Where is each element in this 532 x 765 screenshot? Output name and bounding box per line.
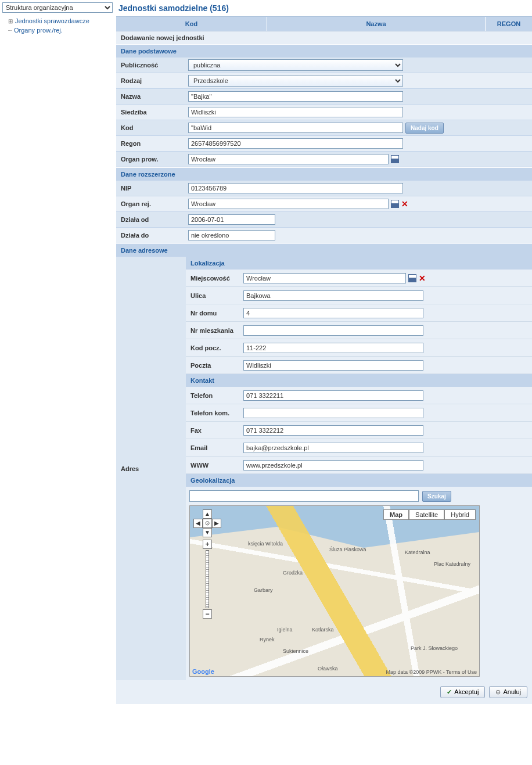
label-rodzaj: Rodzaj [116,75,186,87]
label-telefon-kom: Telefon kom. [186,407,241,419]
map-type-hybrid[interactable]: Hybrid [444,509,476,520]
pan-right-icon[interactable]: ▶ [212,519,221,528]
input-nazwa[interactable] [188,91,403,102]
sidebar-tree: Jednostki sprawozdawcze Organy prow./rej… [2,16,114,35]
nadaj-kod-button[interactable]: Nadaj kod [405,123,444,134]
input-www[interactable] [243,460,423,471]
label-dziala-do: Działa do [116,229,186,241]
input-dziala-od[interactable] [188,214,275,225]
sidebar-structure-select[interactable]: Struktura organizacyjna [2,2,113,13]
select-publ[interactable]: publiczna [188,59,403,71]
map-pan-control: ▲ ▼ ◀ ▶ ⊙ [193,509,221,537]
col-header-kod[interactable]: Kod [116,17,267,31]
subsection-location: Lokalizacja [186,257,532,270]
label-nazwa: Nazwa [116,91,186,102]
label-email: Email [186,442,241,454]
subsection-geo: Geolokalizacja [186,474,532,487]
map-type-satellite[interactable]: Satellite [409,509,444,520]
input-siedziba[interactable] [188,107,403,117]
label-adres: Adres [116,257,186,680]
section-extended: Dane rozszerzone [116,167,532,181]
zoom-out-icon[interactable]: − [203,609,212,619]
input-kod-pocz[interactable] [243,343,423,353]
label-kod: Kod [116,122,186,134]
label-www: WWW [186,459,241,471]
label-organ-prow: Organ prow. [116,153,186,165]
input-nr-domu[interactable] [243,308,423,318]
label-poczta: Poczta [186,360,241,371]
label-organ-rej: Organ rej. [116,198,186,210]
label-dziala-od: Działa od [116,214,186,225]
input-kod[interactable] [188,123,403,133]
szukaj-button[interactable]: Szukaj [422,491,451,502]
label-publ: Publiczność [116,59,186,71]
map-credit: Map data ©2009 PPWK - Terms of Use [386,669,477,675]
lookup-icon[interactable] [391,200,399,208]
label-nip: NIP [116,182,186,194]
pan-down-icon[interactable]: ▼ [203,528,212,537]
zoom-slider[interactable] [206,550,209,608]
label-ulica: Ulica [186,290,241,301]
col-header-nazwa[interactable]: Nazwa [267,17,486,31]
label-telefon: Telefon [186,390,241,401]
tree-item-organy[interactable]: Organy prow./rej. [2,26,114,35]
section-basic: Dane podstawowe [116,44,532,58]
input-telefon-kom[interactable] [243,408,423,418]
map-type-map[interactable]: Map [383,509,409,520]
map[interactable]: Śluza Piaskowa Grodzka Rynek Oławska Suk… [189,505,480,677]
anuluj-button[interactable]: Anuluj [489,686,527,698]
delete-icon[interactable]: ✕ [419,274,426,283]
input-nip[interactable] [188,183,403,193]
input-email[interactable] [243,443,423,453]
pan-left-icon[interactable]: ◀ [193,519,203,528]
label-kod-pocz: Kod pocz. [186,342,241,354]
label-siedziba: Siedziba [116,106,186,118]
pan-center-icon[interactable]: ⊙ [203,519,212,528]
label-nr-domu: Nr domu [186,307,241,319]
col-header-regon[interactable]: REGON [486,17,532,31]
input-ulica[interactable] [243,290,423,301]
map-zoom-control: + − [203,540,212,619]
input-regon[interactable] [188,138,403,149]
label-fax: Fax [186,425,241,436]
label-regon: Regon [116,138,186,149]
input-miejscowosc[interactable] [243,273,406,283]
input-organ-prow[interactable] [188,154,389,164]
input-poczta[interactable] [243,360,423,371]
input-organ-rej[interactable] [188,199,389,209]
zoom-in-icon[interactable]: + [203,540,212,549]
tree-item-jednostki[interactable]: Jednostki sprawozdawcze [2,16,114,26]
input-telefon[interactable] [243,390,423,401]
akceptuj-button[interactable]: Akceptuj [440,686,485,698]
map-type-switcher: Map Satellite Hybrid [383,509,476,520]
delete-icon[interactable]: ✕ [401,199,408,209]
section-address: Dane adresowe [116,243,532,257]
subsection-contact: Kontakt [186,374,532,387]
lookup-icon[interactable] [391,155,399,163]
select-rodzaj[interactable]: Przedszkole [188,75,403,87]
map-logo: Google [192,668,214,675]
input-dziala-do[interactable] [188,230,275,240]
footer-buttons: Akceptuj Anuluj [116,680,532,704]
input-geo-search[interactable] [189,490,419,502]
input-fax[interactable] [243,425,423,436]
add-unit-header: Dodawanie nowej jednostki [116,31,532,44]
lookup-icon[interactable] [408,274,416,282]
page-title: Jednostki samodzielne (516) [116,0,532,16]
input-nr-mieszkania[interactable] [243,325,423,336]
label-nr-mieszkania: Nr mieszkania [186,325,241,336]
pan-up-icon[interactable]: ▲ [203,509,212,519]
label-miejscowosc: Miejscowość [186,272,241,284]
column-headers: Kod Nazwa REGON [116,16,532,31]
